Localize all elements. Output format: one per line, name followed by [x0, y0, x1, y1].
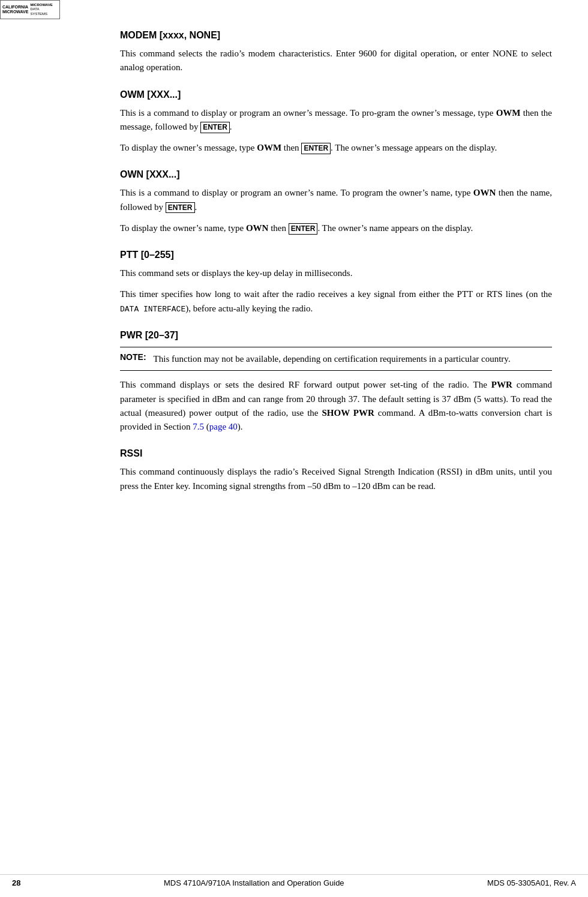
modem-para-1: This command selects the radio’s modem c…	[120, 47, 552, 75]
heading-modem: MODEM [xxxx, NONE]	[120, 30, 552, 41]
heading-pwr: PWR [20–37]	[120, 330, 552, 341]
owm-bold-1: OWM	[496, 108, 521, 118]
logo-right-text: MICROWAVE DATA SYSTEMS	[30, 3, 52, 16]
ptt-para-2: This timer specifies how long to wait af…	[120, 287, 552, 316]
enter-keybox-3: ENTER	[166, 202, 195, 214]
own-bold-1: OWN	[473, 188, 496, 197]
heading-own: OWN [XXX...]	[120, 169, 552, 180]
heading-ptt: PTT [0–255]	[120, 250, 552, 260]
ptt-para-1: This command sets or displays the key-up…	[120, 266, 552, 280]
pwr-para-1: This command displays or sets the desire…	[120, 378, 552, 434]
page-container: CALIFORNIAMICROWAVE MICROWAVE DATA SYSTE…	[0, 0, 588, 897]
heading-owm: OWM [XXX...]	[120, 89, 552, 100]
owm-bold-2: OWM	[257, 143, 281, 152]
ptt-code-1: DATA INTERFACE	[120, 305, 185, 314]
note-content: This function may not be available, depe…	[154, 352, 511, 366]
section-ptt: PTT [0–255] This command sets or display…	[120, 250, 552, 316]
own-para-1: This is a command to display or program …	[120, 186, 552, 214]
owm-para-1: This is a command to display or program …	[120, 106, 552, 134]
main-content: MODEM [xxxx, NONE] This command selects …	[120, 0, 552, 493]
section-owm: OWM [XXX...] This is a command to displa…	[120, 89, 552, 155]
enter-keybox-2: ENTER	[301, 143, 331, 154]
section-pwr: PWR [20–37] NOTE: This function may not …	[120, 330, 552, 434]
own-para-2: To display the owner’s name, type OWN th…	[120, 221, 552, 235]
pwr-link-section[interactable]: 7.5	[193, 422, 204, 431]
own-bold-2: OWN	[246, 223, 269, 233]
owm-para-2: To display the owner’s message, type OWM…	[120, 141, 552, 155]
heading-rssi: RSSI	[120, 448, 552, 459]
enter-keybox-4: ENTER	[289, 223, 318, 235]
footer-center-text: MDS 4710A/9710A Installation and Operati…	[32, 878, 475, 887]
enter-keybox-1: ENTER	[200, 122, 230, 133]
company-logo: CALIFORNIAMICROWAVE MICROWAVE DATA SYSTE…	[0, 0, 60, 19]
pwr-bold-2: SHOW PWR	[322, 408, 374, 418]
footer-page-number: 28	[12, 878, 20, 887]
section-own: OWN [XXX...] This is a command to displa…	[120, 169, 552, 235]
note-box-pwr: NOTE: This function may not be available…	[120, 347, 552, 371]
pwr-bold-1: PWR	[491, 380, 512, 389]
pwr-link-page[interactable]: page 40	[209, 422, 238, 431]
page-footer: 28 MDS 4710A/9710A Installation and Oper…	[0, 874, 588, 891]
note-label: NOTE:	[120, 352, 146, 362]
section-modem: MODEM [xxxx, NONE] This command selects …	[120, 30, 552, 75]
logo-california-text: CALIFORNIAMICROWAVE	[2, 5, 28, 14]
rssi-para-1: This command continuously displays the r…	[120, 465, 552, 493]
section-rssi: RSSI This command continuously displays …	[120, 448, 552, 493]
footer-right-text: MDS 05-3305A01, Rev. A	[487, 878, 576, 887]
